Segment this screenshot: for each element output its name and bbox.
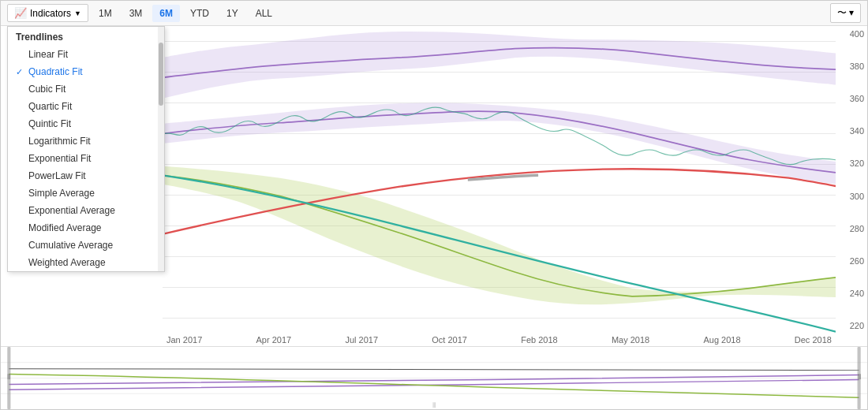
dropdown-item-exponential-fit[interactable]: Exponential Fit — [8, 150, 164, 167]
y-label-300: 300 — [839, 192, 864, 201]
x-label-dec2018: Dec 2018 — [795, 335, 832, 345]
mini-chart-svg: ⦀ ⦀ ⦀ — [1, 347, 867, 409]
indicators-button[interactable]: 📈 Indicators ▼ — [7, 4, 88, 22]
label-simple-average: Simple Average — [28, 188, 95, 199]
x-label-apr2017: Apr 2017 — [256, 335, 292, 345]
y-label-220: 220 — [839, 321, 864, 330]
x-label-jul2017: Jul 2017 — [345, 335, 378, 345]
x-label-aug2018: Aug 2018 — [703, 335, 740, 345]
label-weighted-average: Weighted Average — [28, 257, 106, 268]
y-axis: 400 380 360 340 320 300 280 260 240 220 — [836, 26, 867, 334]
scrollbar-thumb — [159, 43, 163, 106]
x-label-may2018: May 2018 — [612, 335, 649, 345]
chart-row: Trendlines Linear Fit ✓ Quadratic Fit Cu… — [1, 26, 867, 334]
y-label-400: 400 — [839, 29, 864, 39]
label-linear-fit: Linear Fit — [28, 49, 68, 60]
label-cumulative-average: Cumulative Average — [28, 240, 113, 251]
dropdown-item-cumulative-average[interactable]: Cumulative Average — [8, 237, 164, 254]
check-quadratic-fit: ✓ — [16, 67, 25, 77]
dropdown-scrollbar[interactable] — [158, 27, 164, 271]
time-btn-1m[interactable]: 1M — [92, 5, 119, 22]
x-label-jan2017: Jan 2017 — [166, 335, 202, 345]
svg-text:⦀: ⦀ — [7, 373, 10, 382]
label-exponential-average: Exponential Average — [28, 205, 115, 216]
indicators-label: Indicators — [30, 8, 71, 19]
y-label-340: 340 — [839, 126, 864, 136]
dropdown-header: Trendlines — [8, 27, 164, 46]
label-exponential-fit: Exponential Fit — [28, 153, 91, 164]
dropdown-item-exponential-average[interactable]: Exponential Average — [8, 202, 164, 219]
chart-type-label: 〜 ▾ — [837, 6, 854, 20]
x-label-feb2018: Feb 2018 — [521, 335, 557, 345]
chart-container: Trendlines Linear Fit ✓ Quadratic Fit Cu… — [1, 26, 867, 409]
dropdown-item-logarithmic-fit[interactable]: Logarithmic Fit — [8, 132, 164, 150]
label-modified-average: Modified Average — [28, 222, 102, 233]
time-btn-ytd[interactable]: YTD — [183, 5, 216, 22]
label-cubic-fit: Cubic Fit — [28, 84, 65, 95]
label-quartic-fit: Quartic Fit — [28, 101, 72, 112]
dropdown-item-simple-average[interactable]: Simple Average — [8, 184, 164, 202]
label-powerlaw-fit: PowerLaw Fit — [28, 170, 86, 181]
dropdown-item-cubic-fit[interactable]: Cubic Fit — [8, 80, 164, 98]
time-btn-all[interactable]: ALL — [249, 5, 279, 22]
label-logarithmic-fit: Logarithmic Fit — [28, 136, 91, 147]
main-area: Trendlines Linear Fit ✓ Quadratic Fit Cu… — [1, 26, 867, 334]
y-label-380: 380 — [839, 62, 864, 71]
x-label-oct2017: Oct 2017 — [432, 335, 467, 345]
y-label-280: 280 — [839, 224, 864, 233]
dropdown-arrow-icon: ▼ — [74, 9, 81, 17]
svg-text:⦀: ⦀ — [858, 373, 861, 382]
svg-text:⦀: ⦀ — [432, 401, 436, 409]
time-btn-3m[interactable]: 3M — [122, 5, 150, 22]
y-label-240: 240 — [839, 289, 864, 298]
y-label-360: 360 — [839, 94, 864, 103]
dropdown-item-quartic-fit[interactable]: Quartic Fit — [8, 98, 164, 115]
main-chart — [163, 26, 836, 334]
time-btn-6m[interactable]: 6M — [152, 5, 180, 22]
y-label-320: 320 — [839, 158, 864, 168]
trendlines-dropdown: Trendlines Linear Fit ✓ Quadratic Fit Cu… — [7, 26, 165, 272]
mini-chart: ⦀ ⦀ ⦀ — [1, 346, 867, 409]
toolbar: 📈 Indicators ▼ 1M 3M 6M YTD 1Y ALL 〜 ▾ — [1, 1, 867, 26]
dropdown-item-weighted-average[interactable]: Weighted Average — [8, 254, 164, 271]
chart-type-button[interactable]: 〜 ▾ — [830, 3, 861, 23]
app-container: 📈 Indicators ▼ 1M 3M 6M YTD 1Y ALL 〜 ▾ T… — [0, 0, 868, 410]
y-label-260: 260 — [839, 256, 864, 266]
label-quadratic-fit: Quadratic Fit — [28, 66, 83, 77]
label-quintic-fit: Quintic Fit — [28, 118, 71, 129]
chart-icon: 📈 — [14, 7, 27, 19]
dropdown-item-quintic-fit[interactable]: Quintic Fit — [8, 115, 164, 132]
dropdown-item-linear-fit[interactable]: Linear Fit — [8, 46, 164, 63]
dropdown-item-powerlaw-fit[interactable]: PowerLaw Fit — [8, 167, 164, 184]
time-btn-1y[interactable]: 1Y — [219, 5, 245, 22]
dropdown-item-modified-average[interactable]: Modified Average — [8, 219, 164, 237]
dropdown-item-quadratic-fit[interactable]: ✓ Quadratic Fit — [8, 63, 164, 80]
x-axis: Jan 2017 Apr 2017 Jul 2017 Oct 2017 Feb … — [1, 334, 867, 346]
